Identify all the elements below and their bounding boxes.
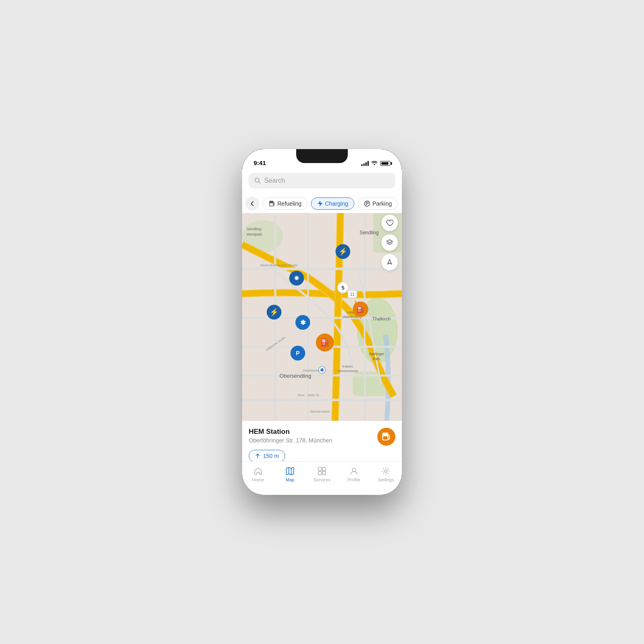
nav-item-profile[interactable]: Profile bbox=[338, 465, 370, 482]
svg-marker-39 bbox=[286, 467, 294, 475]
filter-pills-container: Refueling Charging Parking bbox=[242, 194, 402, 213]
services-icon bbox=[317, 467, 327, 476]
battery-icon bbox=[380, 161, 390, 166]
search-bar-container: Search bbox=[242, 170, 402, 192]
status-time: 9:41 bbox=[254, 159, 266, 166]
svg-point-47 bbox=[385, 470, 387, 472]
svg-rect-45 bbox=[322, 472, 326, 475]
svg-text:Obersendling: Obersendling bbox=[279, 373, 311, 379]
favorite-button[interactable] bbox=[381, 215, 398, 231]
current-location bbox=[319, 367, 325, 373]
station-card-inner: HEM Station Oberföhringer Str. 178, Münc… bbox=[249, 428, 395, 446]
charging-marker-2[interactable]: ⚡ bbox=[267, 305, 281, 320]
search-bar[interactable]: Search bbox=[249, 173, 395, 188]
svg-text:Siemensallee: Siemensallee bbox=[310, 410, 330, 413]
filter-pill-refueling[interactable]: Refueling bbox=[263, 197, 308, 210]
distance-label: 150 m bbox=[263, 453, 279, 459]
map-area[interactable]: Albert-Roßhaupter-Straße Höglwörter Stra… bbox=[242, 211, 402, 442]
svg-text:S-Bahn-: S-Bahn- bbox=[342, 365, 354, 368]
phone-screen: 9:41 bbox=[242, 149, 402, 495]
service-marker-1[interactable]: ❋ bbox=[289, 271, 304, 286]
notch bbox=[296, 149, 348, 163]
fuel-marker-2[interactable]: ⛽ bbox=[316, 333, 334, 351]
filter-charging-label: Charging bbox=[325, 200, 348, 207]
svg-line-1 bbox=[259, 182, 261, 184]
svg-rect-44 bbox=[318, 472, 322, 475]
nav-item-home[interactable]: Home bbox=[242, 465, 274, 482]
svg-text:11: 11 bbox=[350, 292, 355, 297]
svg-text:Zielstattstraße: Zielstattstraße bbox=[303, 369, 321, 372]
filter-pill-parking[interactable]: Parking bbox=[358, 197, 398, 210]
svg-text:Bosc... rieder Str...: Bosc... rieder Str... bbox=[298, 394, 322, 397]
svg-text:Sendling: Sendling bbox=[360, 230, 379, 236]
bottom-nav: Home Map Services bbox=[242, 461, 402, 495]
svg-text:Siemenswerke: Siemenswerke bbox=[338, 369, 358, 373]
svg-rect-3 bbox=[270, 201, 273, 203]
settings-icon bbox=[381, 467, 390, 476]
nav-label-settings: Settings bbox=[378, 477, 394, 482]
distance-button[interactable]: 150 m bbox=[249, 450, 285, 462]
phone-frame: 9:41 bbox=[242, 149, 402, 495]
wifi-icon bbox=[371, 160, 378, 166]
station-name: HEM Station bbox=[249, 428, 332, 436]
layers-button[interactable] bbox=[381, 234, 398, 251]
svg-text:Thalkirch: Thalkirch bbox=[372, 316, 391, 321]
svg-rect-42 bbox=[318, 467, 322, 471]
filter-parking-label: Parking bbox=[372, 200, 392, 207]
parking-marker[interactable]: P bbox=[290, 346, 305, 361]
filter-pill-charging[interactable]: Charging bbox=[311, 197, 354, 210]
nav-label-map: Map bbox=[286, 477, 294, 482]
service-marker-2[interactable]: ✱ bbox=[295, 315, 310, 330]
svg-text:Sendling-: Sendling- bbox=[247, 227, 262, 231]
status-icons bbox=[361, 160, 390, 166]
nav-item-services[interactable]: Services bbox=[306, 465, 338, 482]
filter-refueling-label: Refueling bbox=[277, 200, 302, 207]
station-card[interactable]: HEM Station Oberföhringer Str. 178, Münc… bbox=[242, 421, 402, 467]
station-type-badge bbox=[377, 428, 395, 446]
charging-marker-1[interactable]: ⚡ bbox=[336, 244, 350, 259]
search-icon bbox=[254, 177, 261, 184]
map-controls bbox=[381, 215, 398, 270]
location-button[interactable] bbox=[381, 254, 398, 270]
nav-label-profile: Profile bbox=[347, 477, 360, 482]
svg-rect-37 bbox=[383, 433, 388, 436]
cluster-badge[interactable]: 5 bbox=[337, 282, 349, 293]
nav-label-home: Home bbox=[252, 477, 264, 482]
station-info: HEM Station Oberföhringer Str. 178, Münc… bbox=[249, 428, 332, 444]
signal-icon bbox=[361, 161, 369, 166]
fuel-marker-1[interactable]: ⛽ bbox=[353, 302, 368, 317]
home-icon bbox=[254, 467, 263, 476]
search-placeholder: Search bbox=[264, 177, 285, 184]
nav-label-services: Services bbox=[313, 477, 331, 482]
nav-item-map[interactable]: Map bbox=[274, 465, 306, 482]
back-button[interactable] bbox=[245, 197, 259, 211]
svg-text:Park: Park bbox=[373, 357, 380, 361]
svg-point-46 bbox=[352, 468, 356, 472]
svg-text:Albert-Roßhaupter-Straße: Albert-Roßhaupter-Straße bbox=[260, 263, 298, 267]
svg-rect-43 bbox=[322, 467, 326, 471]
map-icon bbox=[286, 467, 295, 476]
svg-point-38 bbox=[385, 438, 386, 439]
station-address: Oberföhringer Str. 178, München bbox=[249, 437, 332, 444]
nav-item-settings[interactable]: Settings bbox=[370, 465, 402, 482]
svg-text:Gierlinger: Gierlinger bbox=[369, 352, 384, 356]
profile-icon bbox=[349, 467, 358, 476]
svg-text:Westpark: Westpark bbox=[247, 232, 262, 236]
